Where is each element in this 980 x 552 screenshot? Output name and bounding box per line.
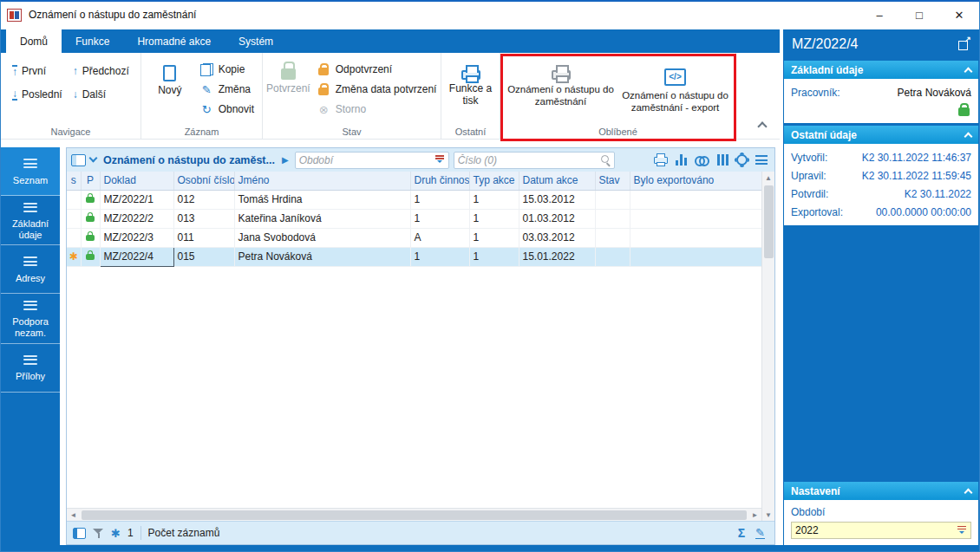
cell-jmeno[interactable]: Tomáš Hrdina	[234, 190, 410, 209]
cell-datum-akce[interactable]: 15.03.2012	[519, 190, 595, 209]
search-input[interactable]	[458, 154, 598, 166]
col-header-bylo-exportovano[interactable]: Bylo exportováno	[630, 172, 763, 190]
change-confirm-date-button[interactable]: Změna data potvrzení	[312, 81, 441, 98]
col-header-s[interactable]: s	[67, 172, 81, 190]
col-header-typ-akce[interactable]: Typ akce	[469, 172, 519, 190]
cell-lock[interactable]	[81, 190, 100, 209]
cell-datum-akce[interactable]: 01.03.2012	[519, 209, 595, 228]
cell-status-flag[interactable]: ✱	[67, 247, 81, 266]
cell-lock[interactable]	[81, 209, 100, 228]
previous-button[interactable]: ↑ Předchozí	[69, 62, 134, 80]
chart-icon[interactable]	[676, 154, 687, 166]
table-row-selected[interactable]: ✱ MZ/2022/4 015 Petra Nováková 1 1 15.01…	[67, 247, 763, 266]
cell-bylo-exportovano[interactable]	[630, 228, 763, 247]
vertical-scrollbar-thumb[interactable]	[764, 185, 774, 258]
table-row[interactable]: MZ/2022/2 013 Kateřina Janíková 1 1 01.0…	[67, 209, 763, 228]
cell-stav[interactable]	[595, 228, 630, 247]
play-icon[interactable]: ▶	[282, 155, 289, 165]
cell-osobni-cislo[interactable]: 011	[173, 228, 234, 247]
filter-icon[interactable]	[93, 528, 104, 539]
search-icon[interactable]	[601, 155, 611, 165]
col-header-osobni-cislo[interactable]: Osobní číslo	[173, 172, 234, 190]
vertical-scrollbar[interactable]: ▲ ▼	[761, 172, 774, 521]
col-header-datum-akce[interactable]: Datum akce	[519, 172, 595, 190]
storno-button[interactable]: ⊗ Storno	[312, 101, 441, 118]
cell-druh-cinnosti[interactable]: 1	[410, 247, 469, 266]
cell-doklad[interactable]: MZ/2022/2	[100, 209, 173, 228]
cell-bylo-exportovano[interactable]	[630, 247, 763, 266]
cell-jmeno[interactable]: Petra Nováková	[234, 247, 410, 266]
table-row[interactable]: MZ/2022/3 011 Jana Svobodová A 1 03.03.2…	[67, 228, 763, 247]
sidebar-item-adresy[interactable]: Adresy	[1, 245, 60, 294]
ribbon-collapse-chevron-icon[interactable]	[757, 121, 767, 131]
scroll-left-icon[interactable]: ◄	[67, 509, 80, 522]
view-selector-icon[interactable]	[71, 154, 86, 166]
functions-print-button[interactable]: Funkce a tisk	[446, 58, 496, 123]
sum-icon[interactable]: Σ	[738, 527, 745, 539]
section-header-nastaveni[interactable]: Nastavení	[784, 482, 978, 500]
binoculars-icon[interactable]	[695, 155, 709, 165]
cell-bylo-exportovano[interactable]	[630, 190, 763, 209]
cell-doklad[interactable]: MZ/2022/3	[100, 228, 173, 247]
cell-druh-cinnosti[interactable]: 1	[410, 190, 469, 209]
cell-bylo-exportovano[interactable]	[630, 209, 763, 228]
cell-typ-akce[interactable]: 1	[469, 209, 519, 228]
cell-osobni-cislo[interactable]: 015	[173, 247, 234, 266]
freeze-icon[interactable]: ✱	[111, 528, 121, 539]
cell-status-flag[interactable]	[67, 209, 81, 228]
cell-stav[interactable]	[595, 247, 630, 266]
sidebar-item-podpora-nezam[interactable]: Podpora nezam.	[1, 294, 60, 343]
section-header-zakladni-udaje[interactable]: Základní údaje	[784, 61, 978, 79]
confirm-button[interactable]: Potvrzení	[266, 58, 310, 123]
columns-icon[interactable]	[717, 154, 728, 166]
scroll-up-icon[interactable]: ▲	[762, 172, 774, 184]
table-row[interactable]: MZ/2022/1 012 Tomáš Hrdina 1 1 15.03.201…	[67, 190, 763, 209]
maximize-button[interactable]: □	[899, 2, 939, 28]
col-header-doklad[interactable]: Doklad	[100, 172, 173, 190]
scroll-right-icon[interactable]: ►	[748, 509, 761, 522]
combo-dropdown-icon[interactable]	[957, 524, 967, 536]
copy-button[interactable]: Kopie	[195, 61, 258, 78]
obdobi-input[interactable]	[795, 524, 957, 536]
col-header-druh-cinnosti[interactable]: Druh činnost	[410, 172, 469, 190]
cell-druh-cinnosti[interactable]: A	[410, 228, 469, 247]
close-button[interactable]: ✕	[939, 2, 979, 28]
unconfirm-button[interactable]: Odpotvrzení	[312, 61, 441, 78]
popout-icon[interactable]	[958, 38, 970, 50]
period-filter-input[interactable]	[299, 154, 432, 166]
cell-status-flag[interactable]	[67, 190, 81, 209]
cell-osobni-cislo[interactable]: 013	[173, 209, 234, 228]
chevron-down-icon[interactable]	[89, 154, 98, 163]
horizontal-scrollbar-thumb[interactable]	[82, 510, 747, 520]
minimize-button[interactable]: –	[859, 2, 899, 28]
cell-typ-akce[interactable]: 1	[469, 190, 519, 209]
print-icon[interactable]	[654, 157, 668, 164]
cell-jmeno[interactable]: Jana Svobodová	[234, 228, 410, 247]
tab-hromadne-akce[interactable]: Hromadné akce	[123, 29, 225, 53]
cell-doklad[interactable]: MZ/2022/4	[100, 247, 173, 266]
scroll-down-icon[interactable]: ▼	[762, 509, 774, 521]
tab-system[interactable]: Systém	[225, 29, 287, 53]
next-button[interactable]: ↓ Další	[69, 86, 134, 103]
sidebar-item-zakladni-udaje[interactable]: Základní údaje	[1, 196, 60, 245]
cell-typ-akce[interactable]: 1	[469, 247, 519, 266]
col-header-jmeno[interactable]: Jméno	[234, 172, 410, 190]
cell-stav[interactable]	[595, 209, 630, 228]
edit-pencil-icon[interactable]: ✎	[755, 527, 765, 539]
refresh-button[interactable]: ↻ Obnovit	[195, 101, 258, 118]
section-header-ostatni-udaje[interactable]: Ostatní údaje	[784, 126, 978, 144]
new-record-button[interactable]: Nový	[148, 58, 192, 123]
col-header-p[interactable]: P	[81, 172, 100, 190]
tab-funkce[interactable]: Funkce	[62, 29, 123, 53]
cell-stav[interactable]	[595, 190, 630, 209]
cell-lock[interactable]	[81, 247, 100, 266]
edit-button[interactable]: ✎ Změna	[195, 81, 258, 98]
last-button[interactable]: ↓ Poslední	[8, 86, 67, 103]
cell-status-flag[interactable]	[67, 228, 81, 247]
settings-gear-icon[interactable]	[736, 154, 748, 166]
cell-osobni-cislo[interactable]: 012	[173, 190, 234, 209]
cell-jmeno[interactable]: Kateřina Janíková	[234, 209, 410, 228]
panel-toggle-icon[interactable]	[73, 528, 86, 539]
cell-datum-akce[interactable]: 15.01.2022	[519, 247, 595, 266]
tab-domu[interactable]: Domů	[6, 29, 62, 53]
